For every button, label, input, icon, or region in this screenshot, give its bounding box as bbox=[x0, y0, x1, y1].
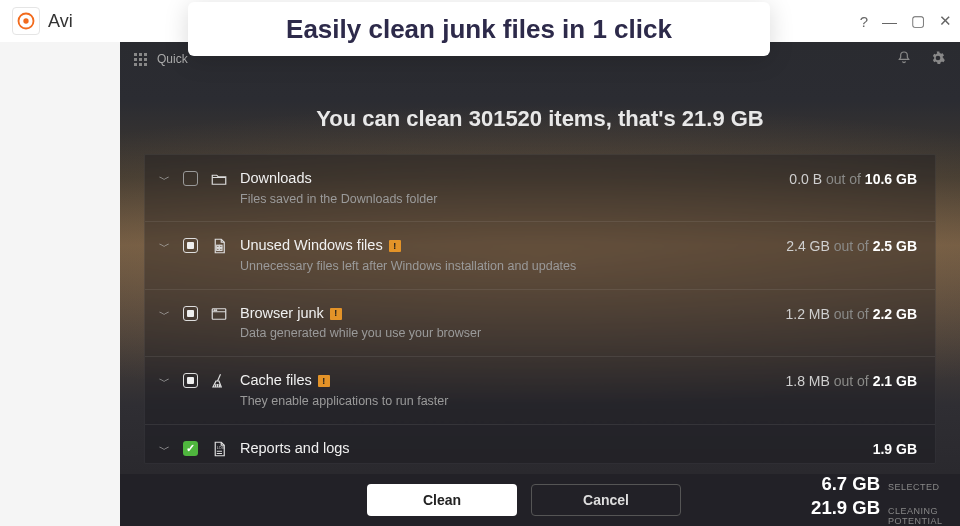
svg-point-8 bbox=[216, 310, 217, 311]
cancel-button[interactable]: Cancel bbox=[531, 484, 681, 516]
cleanup-item-row: ﹀LOGReports and logsLists of events that… bbox=[145, 425, 935, 464]
cleanup-item-row: ﹀Browser junk!Data generated while you u… bbox=[145, 290, 935, 357]
warning-badge-icon: ! bbox=[389, 240, 401, 252]
close-button[interactable]: ✕ bbox=[939, 12, 952, 30]
svg-rect-3 bbox=[220, 246, 222, 248]
category-checkbox[interactable] bbox=[183, 441, 198, 456]
item-size: 2.4 GB out of 2.5 GB bbox=[786, 236, 917, 254]
item-title: Cache files! bbox=[240, 371, 773, 391]
gear-icon[interactable] bbox=[930, 50, 946, 69]
selected-size-value: 6.7 GB bbox=[804, 473, 880, 495]
clean-button[interactable]: Clean bbox=[367, 484, 517, 516]
app-window: Quick You can clean 301520 items, that's… bbox=[120, 42, 960, 526]
browser-icon bbox=[210, 305, 228, 323]
log-icon: LOG bbox=[210, 440, 228, 458]
expand-chevron-icon[interactable]: ﹀ bbox=[159, 169, 171, 187]
apps-grid-icon[interactable] bbox=[134, 53, 147, 66]
potential-size-label: CLEANING POTENTIAL bbox=[888, 507, 938, 526]
toolbar-quick-label[interactable]: Quick bbox=[157, 52, 188, 66]
item-size: 1.8 MB out of 2.1 GB bbox=[785, 371, 917, 389]
item-title: Reports and logs bbox=[240, 439, 861, 459]
category-checkbox[interactable] bbox=[183, 373, 198, 388]
folder-icon bbox=[210, 170, 228, 188]
help-button[interactable]: ? bbox=[860, 13, 868, 30]
potential-size-value: 21.9 GB bbox=[804, 497, 880, 519]
expand-chevron-icon[interactable]: ﹀ bbox=[159, 236, 171, 254]
svg-rect-2 bbox=[217, 246, 219, 248]
expand-chevron-icon[interactable]: ﹀ bbox=[159, 304, 171, 322]
item-description: They enable applications to run faster bbox=[240, 393, 773, 410]
item-size: 0.0 B out of 10.6 GB bbox=[789, 169, 917, 187]
windows-file-icon bbox=[210, 237, 228, 255]
promo-callout: Easily clean junk files in 1 click bbox=[188, 2, 770, 56]
svg-point-1 bbox=[23, 18, 28, 23]
item-size: 1.2 MB out of 2.2 GB bbox=[785, 304, 917, 322]
item-description: Lists of events that happen while you us… bbox=[240, 460, 861, 464]
maximize-button[interactable]: ▢ bbox=[911, 12, 925, 30]
expand-chevron-icon[interactable]: ﹀ bbox=[159, 439, 171, 457]
notify-icon[interactable] bbox=[896, 50, 912, 69]
svg-point-7 bbox=[214, 310, 215, 311]
category-checkbox[interactable] bbox=[183, 306, 198, 321]
cleanup-item-row: ﹀DownloadsFiles saved in the Downloads f… bbox=[145, 155, 935, 222]
cleanup-item-row: ﹀Cache files!They enable applications to… bbox=[145, 357, 935, 424]
expand-chevron-icon[interactable]: ﹀ bbox=[159, 371, 171, 389]
category-checkbox[interactable] bbox=[183, 171, 198, 186]
warning-badge-icon: ! bbox=[330, 308, 342, 320]
item-description: Data generated while you use your browse… bbox=[240, 325, 773, 342]
minimize-button[interactable]: — bbox=[882, 13, 897, 30]
brand-logo-icon bbox=[12, 7, 40, 35]
item-title: Unused Windows files! bbox=[240, 236, 774, 256]
brand-name: Avi bbox=[48, 11, 73, 32]
item-size: 1.9 GB bbox=[873, 439, 917, 457]
item-title: Browser junk! bbox=[240, 304, 773, 324]
selected-size-label: SELECTED bbox=[888, 483, 938, 493]
broom-icon bbox=[210, 372, 228, 390]
item-description: Unnecessary files left after Windows ins… bbox=[240, 258, 774, 275]
svg-rect-5 bbox=[220, 249, 222, 251]
svg-text:LOG: LOG bbox=[217, 446, 225, 450]
category-checkbox[interactable] bbox=[183, 238, 198, 253]
cleanup-items-list: ﹀DownloadsFiles saved in the Downloads f… bbox=[144, 154, 936, 464]
warning-badge-icon: ! bbox=[318, 375, 330, 387]
svg-rect-4 bbox=[217, 249, 219, 251]
cleanup-item-row: ﹀Unused Windows files!Unnecessary files … bbox=[145, 222, 935, 289]
item-title: Downloads bbox=[240, 169, 777, 189]
scan-summary-headline: You can clean 301520 items, that's 21.9 … bbox=[120, 106, 960, 132]
item-description: Files saved in the Downloads folder bbox=[240, 191, 777, 208]
footer-bar: Clean Cancel 6.7 GB SELECTED 21.9 GB CLE… bbox=[120, 474, 960, 526]
